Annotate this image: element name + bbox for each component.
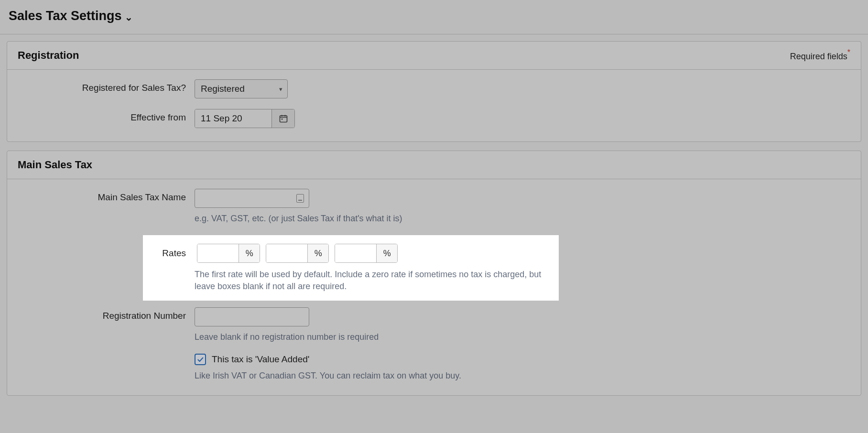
main-sales-tax-body: Main Sales Tax Name e.g. VAT, GST, etc. … (7, 179, 861, 395)
svg-rect-4 (281, 119, 282, 120)
tax-name-help: e.g. VAT, GST, etc. (or just Sales Tax i… (195, 213, 850, 225)
svg-rect-0 (280, 116, 287, 122)
registration-title: Registration (18, 49, 79, 62)
rate-input-1[interactable] (197, 244, 239, 262)
tax-name-control: e.g. VAT, GST, etc. (or just Sales Tax i… (195, 189, 850, 225)
calendar-button[interactable] (271, 109, 294, 128)
required-fields-text: Required fields (790, 52, 847, 61)
regnum-control: Leave blank if no registration number is… (195, 307, 850, 343)
rate-input-3-wrap: % (335, 244, 398, 263)
header-divider (0, 34, 868, 34)
registered-row: Registered for Sales Tax? Registered ▾ (18, 79, 850, 98)
effective-from-control: 11 Sep 20 (195, 109, 850, 128)
chevron-down-icon: ▾ (279, 86, 282, 93)
rate-input-2-wrap: % (266, 244, 329, 263)
regnum-row: Registration Number Leave blank if no re… (18, 307, 850, 343)
rate-input-3[interactable] (335, 244, 376, 262)
regnum-label: Registration Number (18, 307, 195, 321)
rates-highlight: Rates % % % (143, 235, 559, 300)
percent-suffix: % (307, 244, 328, 262)
asterisk-icon: * (847, 48, 850, 56)
registration-panel-header: Registration Required fields* (7, 42, 861, 70)
tax-name-label: Main Sales Tax Name (18, 189, 195, 203)
registered-select[interactable]: Registered ▾ (195, 79, 288, 98)
effective-from-date: 11 Sep 20 (195, 109, 295, 128)
value-added-control: This tax is 'Value Added' Like Irish VAT… (195, 354, 850, 382)
registered-control: Registered ▾ (195, 79, 850, 98)
effective-from-label: Effective from (18, 109, 195, 123)
value-added-checkbox[interactable] (195, 354, 206, 365)
regnum-input[interactable] (195, 307, 309, 326)
value-added-checkbox-row: This tax is 'Value Added' (195, 354, 850, 365)
percent-suffix: % (239, 244, 260, 262)
main-sales-tax-title: Main Sales Tax (18, 159, 92, 171)
page-title-text: Sales Tax Settings (9, 9, 122, 23)
registration-panel: Registration Required fields* Registered… (7, 41, 861, 142)
rate-input-2[interactable] (266, 244, 307, 262)
rate-inputs-group: % % % (197, 244, 398, 263)
registered-select-value: Registered (201, 84, 245, 94)
rates-row: Rates % % % (18, 235, 850, 300)
check-icon (196, 356, 204, 363)
value-added-spacer (18, 354, 195, 357)
autofill-icon (296, 194, 304, 203)
registration-panel-body: Registered for Sales Tax? Registered ▾ E… (7, 70, 861, 141)
value-added-label: This tax is 'Value Added' (212, 354, 309, 365)
effective-from-input[interactable]: 11 Sep 20 (195, 109, 271, 128)
required-fields-note: Required fields* (790, 49, 850, 62)
tax-name-input[interactable] (195, 189, 309, 208)
regnum-help: Leave blank if no registration number is… (195, 331, 850, 343)
rate-input-1-wrap: % (197, 244, 260, 263)
value-added-help: Like Irish VAT or Canadian GST. You can … (195, 370, 850, 382)
value-added-row: This tax is 'Value Added' Like Irish VAT… (18, 354, 850, 382)
effective-from-row: Effective from 11 Sep 20 (18, 109, 850, 128)
main-sales-tax-panel: Main Sales Tax Main Sales Tax Name e.g. … (7, 151, 861, 396)
registered-label: Registered for Sales Tax? (18, 79, 195, 93)
percent-suffix: % (376, 244, 397, 262)
chevron-down-icon: ⌄ (125, 11, 133, 23)
tax-name-row: Main Sales Tax Name e.g. VAT, GST, etc. … (18, 189, 850, 225)
calendar-icon (279, 114, 288, 123)
page-title-bar: Sales Tax Settings ⌄ (0, 0, 868, 34)
page-title-dropdown[interactable]: Sales Tax Settings ⌄ (9, 9, 133, 23)
rates-control: Rates % % % (195, 235, 850, 300)
rates-help: The first rate will be used by default. … (195, 269, 543, 292)
rates-label: Rates (143, 248, 195, 259)
main-sales-tax-header: Main Sales Tax (7, 151, 861, 179)
